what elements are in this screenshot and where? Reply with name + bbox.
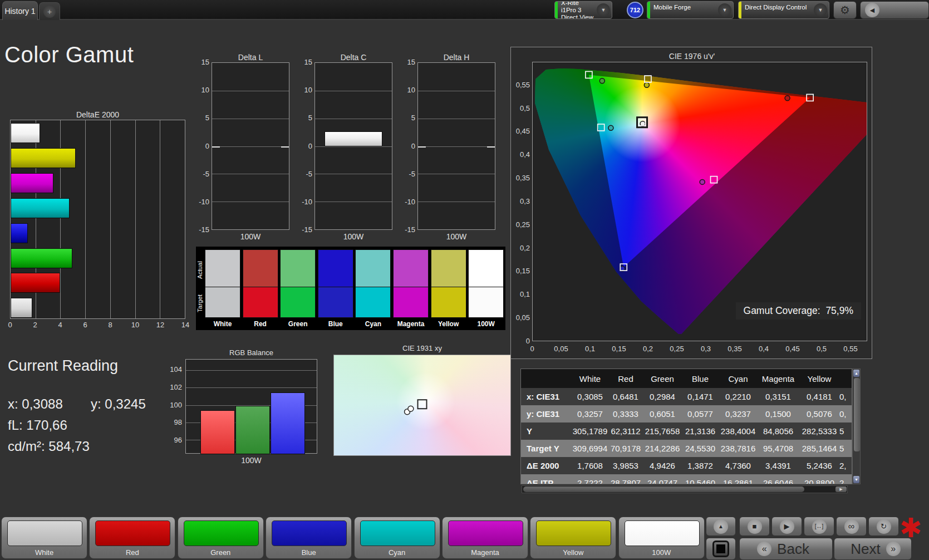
table-header-row: WhiteRedGreenBlueCyanMagentaYellow [521, 369, 852, 388]
y-tick-label: 0 [193, 142, 209, 150]
actual-swatch [355, 249, 391, 287]
target-swatch [280, 287, 316, 318]
patch-button-cyan[interactable]: Cyan [354, 517, 440, 559]
cell-value: 70,9178 [608, 444, 643, 453]
y-tick-label: -10 [296, 198, 312, 206]
patch-swatch [536, 520, 611, 546]
deltae-bar-white [11, 298, 32, 318]
gridline [315, 174, 392, 174]
loop-button[interactable]: ↻ [868, 517, 899, 536]
scroll-right-icon[interactable]: ▶ [835, 487, 847, 492]
scroll-up-icon[interactable]: ▲ [853, 370, 859, 377]
patch-button-100w[interactable]: 100W [618, 517, 705, 559]
cell-value: 282,5333 [799, 426, 839, 436]
deltae-bar-red [11, 273, 60, 293]
row-label: y: CIE31 [521, 409, 572, 419]
rgb-y-tick-label: 98 [164, 418, 182, 426]
rgb-bar-red [200, 410, 235, 454]
y-tick-label: -5 [399, 170, 415, 178]
cell-value: 24,5530 [681, 444, 719, 453]
cie-y-tick-label: 0,5 [511, 104, 530, 112]
y-tick-label: -5 [296, 170, 312, 178]
row-label: Y [521, 426, 572, 436]
patch-button-red[interactable]: Red [89, 517, 175, 559]
cell-value: 2,7222 [572, 478, 608, 484]
column-header-Cyan: Cyan [719, 374, 757, 384]
x-tick-label: 12 [152, 321, 169, 329]
meter-dropdown-label: X-Rite i1Pro 3Direct View [558, 1, 597, 19]
cell-value: 28,7807 [608, 478, 643, 484]
patch-button-white[interactable]: White [1, 517, 87, 559]
table-horizontal-scrollbar[interactable]: ▶ [522, 485, 848, 493]
deltae-bar-100w [11, 123, 40, 143]
cell-value: 238,4004 [719, 426, 757, 436]
cell-value: 20,8800 [799, 478, 839, 484]
deltae-bar-blue [11, 223, 28, 243]
patch-button-blue[interactable]: Blue [266, 517, 352, 559]
unsaved-changes-indicator[interactable]: ✱ [899, 512, 922, 543]
continuous-button[interactable]: ∞ [836, 517, 867, 536]
cell-value: 0,0577 [681, 409, 719, 419]
rgb-y-tick-label: 102 [164, 383, 182, 391]
delta_h-x-label: 100W [417, 232, 495, 241]
collapse-panel-button[interactable]: ◀ [860, 1, 929, 19]
y-tick-label: -15 [399, 225, 415, 234]
row-label: x: CIE31 [521, 392, 572, 401]
settings-button[interactable]: ⚙ [833, 1, 857, 19]
plus-icon: + [43, 6, 56, 18]
patch-button-yellow[interactable]: Yellow [530, 517, 616, 559]
swatch-column-100w: 100W [468, 249, 504, 329]
chevron-down-icon: ▼ [718, 3, 731, 17]
table-vertical-scrollbar[interactable]: ▲ ▼ [852, 369, 861, 484]
workflow-dropdown[interactable]: Direct Display Control ▼ [738, 1, 829, 19]
stop-icon: ■ [748, 519, 762, 534]
x-tick-label: 6 [77, 321, 94, 329]
deltae-bar-yellow [11, 148, 76, 168]
cell-value: 285,1464 [799, 444, 839, 453]
swatch-label: Cyan [355, 318, 391, 329]
deltae2000-chart-title: DeltaE 2000 [10, 110, 185, 119]
patch-button-label: Yellow [530, 548, 616, 557]
swatch-column-blue: Blue [318, 249, 353, 329]
measured-point-green [599, 78, 604, 83]
y-tick-label: -10 [193, 198, 209, 206]
horizontal-scroll-thumb[interactable] [523, 487, 804, 492]
back-button[interactable]: « Back [739, 538, 833, 560]
scroll-down-icon[interactable]: ▼ [853, 476, 859, 483]
target-swatch [468, 287, 504, 318]
swatch-label: Yellow [431, 318, 466, 329]
current-reading-y: y: 0,3245 [91, 396, 146, 412]
play-button[interactable]: ▶ [771, 517, 802, 536]
vertical-scroll-thumb[interactable] [854, 378, 860, 451]
cell-value: 84,8056 [757, 426, 799, 436]
patch-button-magenta[interactable]: Magenta [442, 517, 528, 559]
gridline [418, 146, 495, 147]
stop-button[interactable]: ■ [739, 517, 770, 536]
patch-button-green[interactable]: Green [178, 517, 264, 559]
cie-y-tick-label: 0,35 [511, 174, 530, 182]
actual-swatch [393, 249, 429, 287]
deltae2000-x-axis: 02468101214 [10, 321, 185, 330]
rgb-y-tick-label: 96 [164, 436, 182, 444]
x-tick-label: 10 [127, 321, 144, 329]
cell-value: 1,3872 [681, 461, 719, 470]
rgb-bar-blue [271, 392, 305, 454]
meter-dropdown[interactable]: X-Rite i1Pro 3Direct View ▼ [554, 1, 612, 19]
add-tab-button[interactable]: + [39, 2, 60, 20]
meter-count-badge[interactable]: 712 [627, 2, 643, 18]
cell-value: 4,9426 [643, 461, 681, 470]
target-row-label: Target [196, 289, 204, 318]
gridline [315, 119, 392, 119]
patch-window-up-button[interactable]: ▲ [706, 517, 736, 536]
rgb-y-tick-label: 104 [164, 365, 182, 374]
measured-white-point [408, 406, 414, 411]
tab-history-1[interactable]: History 1 [2, 1, 38, 20]
gridline [418, 119, 495, 119]
source-dropdown[interactable]: Mobile Forge ▼ [647, 1, 734, 19]
patch-window-button[interactable] [706, 538, 736, 560]
interval-button[interactable]: [↔] [804, 517, 834, 536]
target-swatch [431, 287, 466, 318]
cell-value: 309,6994 [572, 444, 608, 453]
patch-swatch [95, 520, 170, 546]
cie1976-panel: CIE 1976 u'v' Gamut Coverage: 75,9% 0,55… [510, 47, 872, 359]
